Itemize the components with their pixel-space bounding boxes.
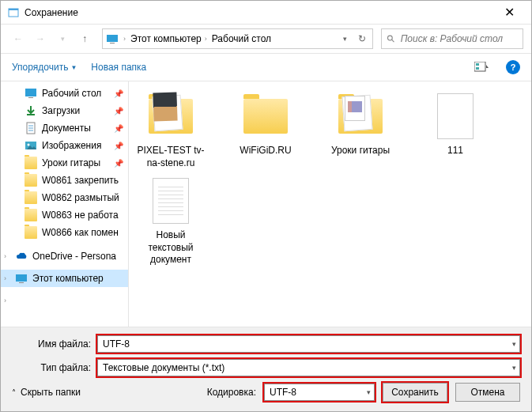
- svg-rect-2: [107, 35, 118, 42]
- toolbar: Упорядочить ▼ Новая папка ?: [1, 53, 531, 81]
- sidebar-item-pictures[interactable]: Изображения📌: [1, 137, 128, 154]
- filename-input[interactable]: UTF-8▾: [97, 335, 520, 353]
- encoding-label: Кодировка:: [207, 387, 256, 398]
- recent-dropdown[interactable]: ▾: [53, 29, 72, 48]
- list-item[interactable]: WiFiGiD.RU: [230, 91, 301, 169]
- search-input[interactable]: [401, 33, 518, 44]
- filetype-select[interactable]: Текстовые документы (*.txt)▾: [97, 359, 520, 376]
- navbar: ← → ▾ ↑ › Этот компьютер› Рабочий стол ▾…: [1, 25, 531, 53]
- sidebar-item-thispc[interactable]: ›Этот компьютер: [1, 270, 128, 287]
- close-button[interactable]: ✕: [493, 5, 525, 20]
- sidebar-item-folder[interactable]: W0861 закрепить: [1, 172, 128, 189]
- refresh-button[interactable]: ↻: [355, 33, 369, 44]
- svg-rect-6: [474, 62, 485, 71]
- thumbnail-icon: [345, 96, 365, 121]
- file-list: PIXEL-TEST tv-na-stene.ru WiFiGiD.RU Уро…: [129, 81, 531, 327]
- svg-rect-9: [25, 89, 36, 96]
- address-bar[interactable]: › Этот компьютер› Рабочий стол ▾ ↻: [102, 28, 373, 49]
- svg-rect-8: [476, 67, 479, 70]
- chevron-up-icon: ˄: [12, 388, 16, 397]
- sidebar-item-downloads[interactable]: Загрузки📌: [1, 102, 128, 119]
- view-options[interactable]: [471, 59, 492, 76]
- thumbnail-icon: [153, 92, 177, 121]
- list-item[interactable]: PIXEL-TEST tv-na-stene.ru: [135, 91, 206, 169]
- folder-icon: [25, 191, 37, 204]
- svg-rect-18: [16, 274, 27, 282]
- chevron-right-icon: ›: [4, 274, 6, 282]
- folder-icon: [25, 174, 37, 187]
- folder-icon: [25, 157, 37, 169]
- onedrive-icon: [15, 250, 28, 263]
- svg-rect-1: [9, 9, 18, 10]
- sidebar-item-folder[interactable]: Уроки гитары📌: [1, 154, 128, 172]
- hide-folders-toggle[interactable]: ˄Скрыть папки: [12, 387, 81, 398]
- chevron-right-icon: ›: [4, 252, 6, 260]
- breadcrumb-desktop[interactable]: Рабочий стол: [212, 33, 271, 44]
- document-icon: [437, 93, 474, 139]
- sidebar-item-documents[interactable]: Документы📌: [1, 119, 128, 137]
- sidebar-item-folder[interactable]: W0866 как помен: [1, 224, 128, 241]
- sidebar-item-folder[interactable]: W0863 не работа: [1, 206, 128, 224]
- svg-point-17: [28, 144, 30, 146]
- pin-icon: 📌: [114, 89, 123, 98]
- app-icon: [7, 6, 20, 19]
- list-item[interactable]: Уроки гитары: [325, 91, 396, 169]
- forward-button[interactable]: →: [31, 29, 50, 48]
- pin-icon: 📌: [114, 107, 123, 115]
- document-icon: [153, 178, 189, 224]
- pin-icon: 📌: [114, 159, 123, 168]
- search-icon: [387, 34, 396, 44]
- pc-icon: [106, 32, 119, 45]
- document-icon: [25, 122, 37, 134]
- chevron-right-icon: ›: [4, 297, 6, 304]
- filename-label: Имя файла:: [12, 338, 97, 350]
- bottom-panel: Имя файла: UTF-8▾ Тип файла: Текстовые д…: [1, 327, 531, 411]
- svg-rect-10: [28, 97, 33, 98]
- sidebar: Рабочий стол📌 Загрузки📌 Документы📌 Изобр…: [1, 81, 129, 327]
- list-item[interactable]: 111: [420, 91, 491, 169]
- svg-rect-11: [27, 114, 35, 115]
- folder-icon: [25, 226, 37, 239]
- history-dropdown[interactable]: ▾: [340, 35, 350, 43]
- svg-rect-7: [476, 63, 479, 66]
- encoding-select[interactable]: UTF-8▾: [264, 384, 375, 401]
- help-button[interactable]: ?: [506, 60, 520, 74]
- pc-icon: [15, 272, 28, 285]
- cancel-button[interactable]: Отмена: [455, 383, 520, 402]
- window-title: Сохранение: [25, 7, 493, 18]
- pictures-icon: [25, 139, 37, 152]
- search-box[interactable]: [381, 28, 523, 49]
- svg-point-4: [387, 36, 392, 40]
- folder-icon: [243, 99, 288, 134]
- list-item[interactable]: Новый текстовый документ: [135, 176, 206, 266]
- back-button[interactable]: ←: [9, 29, 28, 48]
- chevron-down-icon[interactable]: ▾: [512, 364, 516, 372]
- sidebar-item-folder[interactable]: W0862 размытый: [1, 189, 128, 206]
- chevron-right-icon: ›: [123, 35, 126, 43]
- new-folder-button[interactable]: Новая папка: [91, 62, 146, 73]
- svg-rect-19: [19, 282, 24, 283]
- save-button[interactable]: Сохранить: [383, 383, 447, 402]
- svg-rect-3: [110, 43, 115, 43]
- svg-line-5: [392, 40, 394, 42]
- download-icon: [25, 104, 37, 117]
- desktop-icon: [25, 87, 37, 100]
- pin-icon: 📌: [114, 142, 123, 150]
- up-button[interactable]: ↑: [75, 29, 94, 48]
- chevron-down-icon[interactable]: ▾: [512, 340, 516, 348]
- sidebar-item-onedrive[interactable]: ›OneDrive - Persona: [1, 248, 128, 265]
- chevron-down-icon[interactable]: ▾: [367, 388, 371, 396]
- titlebar: Сохранение ✕: [1, 1, 531, 25]
- organize-menu[interactable]: Упорядочить ▼: [12, 62, 77, 73]
- breadcrumb-pc[interactable]: Этот компьютер›: [130, 33, 207, 44]
- folder-icon: [25, 209, 37, 221]
- pin-icon: 📌: [114, 124, 123, 133]
- filetype-label: Тип файла:: [12, 362, 97, 373]
- sidebar-item-more[interactable]: ›: [1, 292, 128, 309]
- sidebar-item-desktop[interactable]: Рабочий стол📌: [1, 85, 128, 102]
